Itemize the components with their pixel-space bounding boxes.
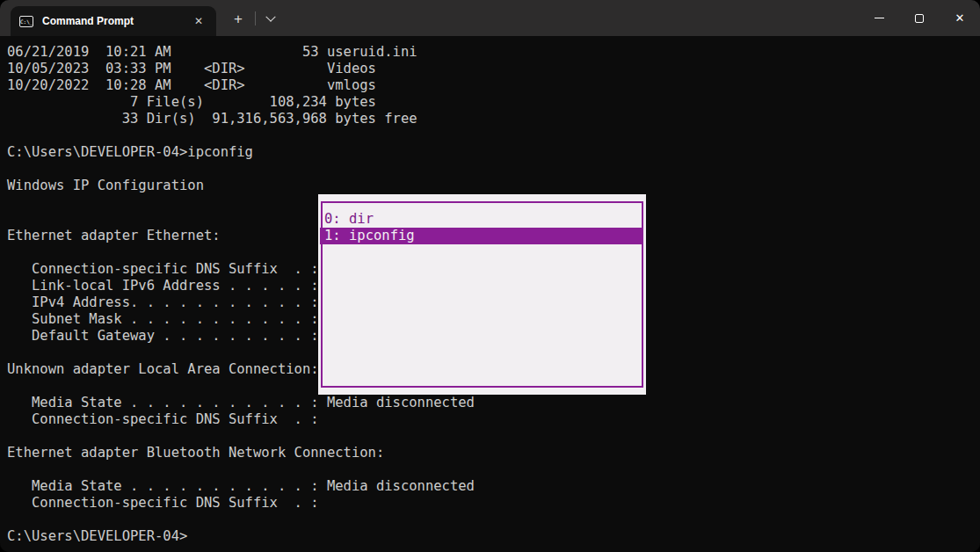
minimize-button[interactable] xyxy=(859,0,899,36)
terminal-line: 10/20/2022 10:28 AM <DIR> vmlogs xyxy=(7,77,980,94)
terminal-line: Media State . . . . . . . . . . . : Medi… xyxy=(7,478,980,495)
chevron-down-icon xyxy=(265,12,275,22)
tab-dropdown-button[interactable] xyxy=(259,9,282,30)
terminal-line: 7 File(s) 108,234 bytes xyxy=(7,94,980,111)
maximize-button[interactable] xyxy=(899,0,940,36)
terminal-line: Connection-specific DNS Suffix . : xyxy=(7,495,980,512)
terminal-line xyxy=(7,127,980,144)
minimize-icon xyxy=(875,18,884,18)
terminal-line xyxy=(7,512,980,528)
terminal-line xyxy=(7,161,980,178)
tab-command-prompt[interactable]: C:\_ Command Prompt ✕ xyxy=(11,6,216,36)
close-button[interactable]: ✕ xyxy=(940,0,980,36)
tabbar-separator xyxy=(255,11,256,25)
terminal-line: Windows IP Configuration xyxy=(7,178,980,194)
terminal-line: Connection-specific DNS Suffix . : xyxy=(7,411,980,428)
terminal-line: C:\Users\DEVELOPER-04> xyxy=(7,528,980,545)
tab-close-icon[interactable]: ✕ xyxy=(190,13,207,29)
terminal-line: 06/21/2019 10:21 AM 53 useruid.ini xyxy=(7,44,980,61)
new-tab-button[interactable]: + xyxy=(226,9,250,30)
terminal-line: Ethernet adapter Bluetooth Network Conne… xyxy=(7,445,980,461)
history-item-dir[interactable]: 0: dir xyxy=(320,211,642,228)
terminal-line: C:\Users\DEVELOPER-04>ipconfig xyxy=(7,144,980,161)
caption-buttons: ✕ xyxy=(859,0,980,36)
maximize-icon xyxy=(915,14,924,23)
terminal-window: C:\_ Command Prompt ✕ + ✕ 06/21/2019 10:… xyxy=(0,0,980,552)
terminal-line: 33 Dir(s) 91,316,563,968 bytes free xyxy=(7,111,980,127)
tab-title: Command Prompt xyxy=(42,15,181,27)
terminal-line xyxy=(7,428,980,445)
titlebar[interactable]: C:\_ Command Prompt ✕ + ✕ xyxy=(0,0,980,36)
terminal-line xyxy=(7,461,980,478)
history-item-ipconfig-selected[interactable]: 1: ipconfig xyxy=(320,228,642,244)
terminal-line: 10/05/2023 03:33 PM <DIR> Videos xyxy=(7,61,980,77)
terminal-line: Media State . . . . . . . . . . . : Medi… xyxy=(7,395,980,411)
command-history-popup[interactable]: 0: dir 1: ipconfig xyxy=(318,194,646,395)
cmd-icon: C:\_ xyxy=(19,16,33,27)
